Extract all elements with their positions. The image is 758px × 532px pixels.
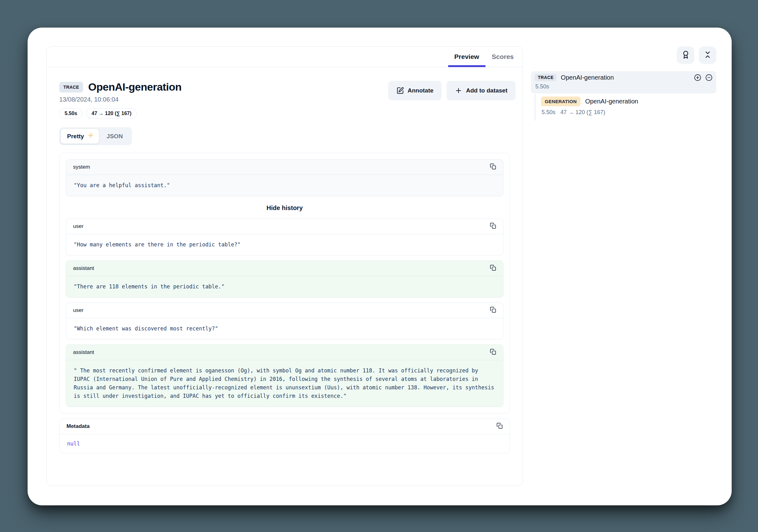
- message-system: system "You are a helpful assistant.": [66, 159, 503, 196]
- tree-node-generation[interactable]: GENERATION OpenAI-generation 5.50s 47 → …: [541, 97, 716, 116]
- copy-icon: [490, 222, 496, 230]
- award-icon: [681, 50, 690, 60]
- format-toggle: Pretty JSON: [59, 127, 132, 145]
- latency-badge: 5.50s: [59, 108, 83, 118]
- message-role: system: [73, 164, 90, 170]
- hide-history-link[interactable]: Hide history: [66, 196, 503, 218]
- trace-header: TRACE OpenAI-generation 13/08/2024, 10:0…: [47, 67, 523, 118]
- chevrons-down-up-icon: [704, 50, 712, 60]
- trace-detail-card: Preview Scores TRACE OpenAI-generation 1…: [47, 47, 523, 486]
- copy-metadata-button[interactable]: [497, 422, 503, 430]
- message-content: "How many elements are there in the peri…: [66, 234, 503, 255]
- page-title: OpenAI-generation: [88, 81, 182, 93]
- message-content: " The most recently confirmed element is…: [66, 360, 503, 407]
- format-toggle-pretty[interactable]: Pretty: [61, 129, 99, 144]
- trace-header-actions: Annotate Add to dataset: [388, 81, 516, 100]
- message-assistant: assistant "There are 118 elements in the…: [66, 260, 503, 297]
- sparkles-icon: [87, 132, 94, 141]
- tree-node-latency: 5.50s: [535, 83, 712, 90]
- copy-icon: [490, 307, 496, 315]
- metadata-card: Metadata null: [59, 418, 510, 453]
- trace-tree-sidebar: TRACE OpenAI-generation 5.50s GENERATION…: [531, 47, 716, 121]
- message-content: "There are 118 elements in the periodic …: [66, 276, 503, 297]
- pretty-label: Pretty: [67, 133, 84, 140]
- copy-message-button[interactable]: [490, 222, 496, 230]
- message-role: user: [73, 307, 84, 314]
- token-usage-badge: 47 → 120 (∑ 167): [86, 108, 137, 118]
- minus-circle-icon: [705, 74, 712, 81]
- copy-icon: [497, 422, 503, 430]
- edit-pencil-icon: [396, 87, 404, 94]
- collapse-panel-button[interactable]: [699, 47, 716, 64]
- message-user: user "How many elements are there in the…: [66, 218, 503, 255]
- tree-node-latency: 5.50s: [542, 109, 555, 116]
- tree-node-title: OpenAI-generation: [561, 74, 690, 81]
- message-assistant: assistant " The most recently confirmed …: [66, 345, 503, 407]
- tree-node-trace[interactable]: TRACE OpenAI-generation 5.50s: [531, 71, 716, 93]
- expand-all-button[interactable]: [694, 74, 701, 81]
- copy-icon: [490, 265, 496, 272]
- trace-type-badge: TRACE: [535, 74, 557, 81]
- message-role: assistant: [73, 349, 94, 355]
- copy-message-button[interactable]: [490, 307, 496, 315]
- message-role: assistant: [73, 265, 94, 272]
- trace-timestamp: 13/08/2024, 10:06:04: [59, 96, 182, 103]
- metadata-title: Metadata: [66, 423, 90, 429]
- trace-header-left: TRACE OpenAI-generation 13/08/2024, 10:0…: [59, 81, 182, 118]
- message-user: user "Which element was discovered most …: [66, 303, 503, 340]
- generation-type-badge: GENERATION: [541, 97, 580, 106]
- copy-icon: [490, 163, 496, 171]
- metadata-value: null: [59, 434, 510, 453]
- preview-scores-tabbar: Preview Scores: [47, 47, 523, 67]
- copy-icon: [490, 349, 496, 356]
- message-role: user: [73, 223, 84, 229]
- annotation-queue-button[interactable]: [677, 47, 694, 64]
- add-to-dataset-button[interactable]: Add to dataset: [447, 81, 516, 100]
- messages-container: system "You are a helpful assistant." Hi…: [59, 153, 510, 414]
- plus-icon: [455, 87, 462, 94]
- copy-message-button[interactable]: [490, 163, 496, 171]
- collapse-all-button[interactable]: [705, 74, 712, 81]
- annotate-button[interactable]: Annotate: [388, 81, 442, 100]
- tree-children: GENERATION OpenAI-generation 5.50s 47 → …: [535, 94, 716, 121]
- add-to-dataset-label: Add to dataset: [466, 87, 507, 94]
- trace-type-badge: TRACE: [59, 82, 83, 92]
- copy-message-button[interactable]: [490, 265, 496, 272]
- message-content: "Which element was discovered most recen…: [66, 318, 503, 339]
- copy-message-button[interactable]: [490, 349, 496, 356]
- tab-preview[interactable]: Preview: [448, 47, 486, 67]
- annotate-label: Annotate: [408, 87, 433, 94]
- plus-circle-icon: [694, 74, 701, 81]
- app-window: Preview Scores TRACE OpenAI-generation 1…: [28, 28, 732, 505]
- tab-scores[interactable]: Scores: [486, 47, 520, 67]
- tree-node-title: OpenAI-generation: [585, 98, 638, 105]
- desktop-background: { "tabs": { "preview": "Preview", "score…: [0, 0, 758, 532]
- tree-node-tokens: 47 → 120 (∑ 167): [561, 109, 605, 116]
- format-toggle-json[interactable]: JSON: [99, 130, 130, 143]
- message-content: "You are a helpful assistant.": [66, 175, 503, 196]
